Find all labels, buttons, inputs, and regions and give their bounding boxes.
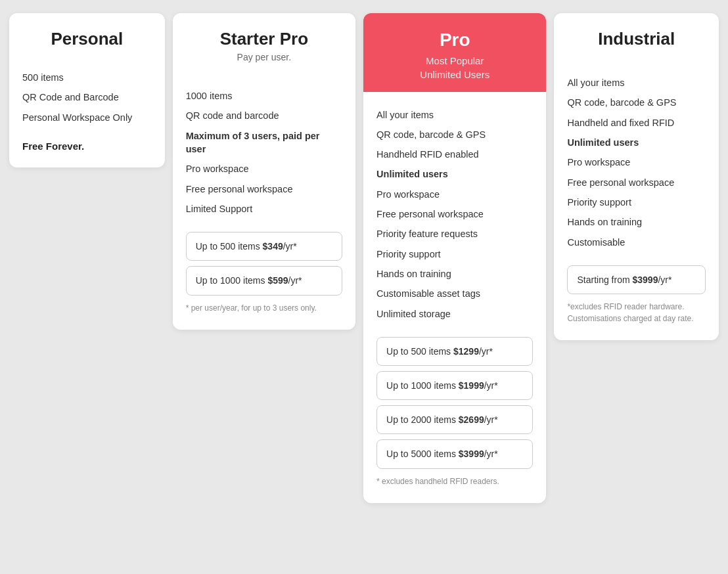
plan-title-pro: Pro [376,29,533,51]
plan-body-personal: 500 itemsQR Code and BarcodePersonal Wor… [9,56,165,167]
feature-item: Priority support [567,192,706,212]
pricing-grid: Personal500 itemsQR Code and BarcodePers… [9,13,719,503]
plan-card-industrial: IndustrialAll your itemsQR code, barcode… [554,13,719,340]
plan-header-personal: Personal [9,13,165,56]
feature-item: Limited Support [186,199,342,219]
feature-item: Hands on training [567,212,706,232]
feature-item: QR code, barcode & GPS [376,125,533,144]
plan-header-industrial: Industrial [554,13,719,60]
feature-item: Customisable [567,232,706,252]
plan-header-pro: ProMost Popular Unlimited Users [363,13,546,92]
feature-list-industrial: All your itemsQR code, barcode & GPSHand… [567,73,706,252]
plan-note-starter-pro: * per user/year, for up to 3 users only. [186,302,342,314]
pricing-button-starter-pro[interactable]: Up to 1000 items $599/yr* [186,266,342,295]
pricing-button-industrial[interactable]: Starting from $3999/yr* [567,265,706,294]
feature-item: Pro workspace [376,185,533,204]
feature-list-personal: 500 itemsQR Code and BarcodePersonal Wor… [22,68,152,127]
feature-item: Free personal workspace [186,179,342,199]
plan-body-pro: All your itemsQR code, barcode & GPSHand… [363,92,546,503]
pricing-button-pro[interactable]: Up to 1000 items $1999/yr* [376,371,533,400]
feature-item: Pro workspace [186,159,342,179]
plan-header-starter-pro: Starter ProPay per user. [173,13,355,73]
plan-body-starter-pro: 1000 itemsQR code and barcodeMaximum of … [173,73,355,329]
feature-item: QR Code and Barcode [22,87,152,107]
feature-item: Priority support [376,244,533,264]
feature-list-starter-pro: 1000 itemsQR code and barcodeMaximum of … [186,86,342,219]
feature-item: 500 items [22,68,152,87]
feature-item: Handheld and fixed RFID [567,113,706,133]
pricing-button-starter-pro[interactable]: Up to 500 items $349/yr* [186,232,342,261]
plan-card-pro: ProMost Popular Unlimited UsersAll your … [363,13,546,503]
plan-card-personal: Personal500 itemsQR Code and BarcodePers… [9,13,165,167]
feature-item: All your items [376,105,533,125]
feature-item: Free personal workspace [376,204,533,224]
feature-item: Customisable asset tags [376,284,533,303]
plan-subtitle-starter-pro: Pay per user. [186,52,342,62]
pricing-button-pro[interactable]: Up to 5000 items $3999/yr* [376,439,533,468]
feature-item: 1000 items [186,86,342,106]
feature-item: Free personal workspace [567,173,706,192]
plan-title-industrial: Industrial [567,29,706,49]
feature-item: Maximum of 3 users, paid per user [186,126,342,160]
plan-title-starter-pro: Starter Pro [186,29,342,49]
feature-item: Hands on training [376,264,533,284]
feature-item: Unlimited users [567,133,706,152]
feature-item: Personal Workspace Only [22,108,152,127]
feature-item: Pro workspace [567,152,706,172]
plan-note-industrial: *excludes RFID reader hardware. Customis… [567,301,706,324]
feature-item: Unlimited users [376,164,533,184]
feature-item: Priority feature requests [376,224,533,244]
feature-item: Unlimited storage [376,304,533,324]
feature-item: QR code, barcode & GPS [567,93,706,112]
feature-item: Handheld RFID enabled [376,144,533,164]
plan-title-personal: Personal [22,29,152,49]
plan-card-starter-pro: Starter ProPay per user.1000 itemsQR cod… [173,13,355,330]
plan-body-industrial: All your itemsQR code, barcode & GPSHand… [554,60,719,340]
pricing-button-pro[interactable]: Up to 2000 items $2699/yr* [376,405,533,434]
plan-subtitle-pro: Most Popular Unlimited Users [376,54,533,81]
pricing-button-pro[interactable]: Up to 500 items $1299/yr* [376,337,533,366]
feature-item: All your items [567,73,706,93]
feature-list-pro: All your itemsQR code, barcode & GPSHand… [376,105,533,324]
free-label: Free Forever. [22,141,152,152]
feature-item: QR code and barcode [186,106,342,125]
plan-note-pro: * excludes handheld RFID readers. [376,475,533,487]
